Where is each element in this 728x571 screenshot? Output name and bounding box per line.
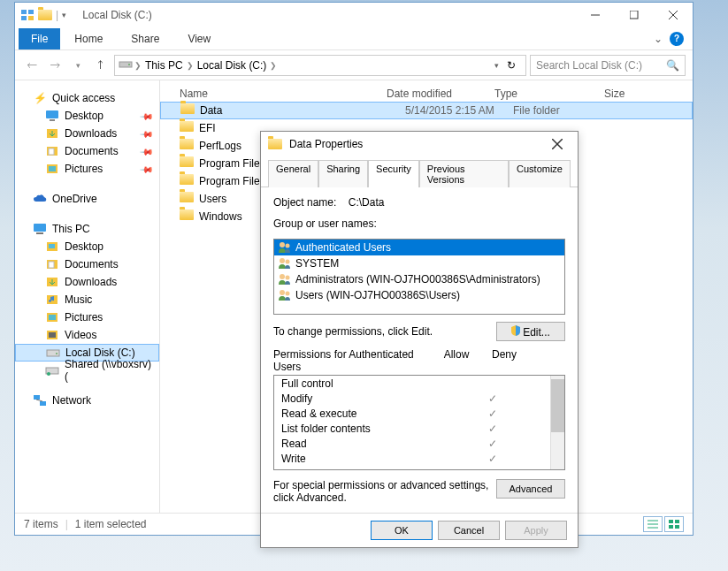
- tab-share[interactable]: Share: [117, 29, 173, 49]
- col-type[interactable]: Type: [494, 88, 604, 100]
- group-icon: [278, 289, 292, 301]
- advanced-button[interactable]: Advanced: [496, 479, 565, 499]
- svg-rect-17: [34, 224, 46, 232]
- crumb-thispc[interactable]: This PC: [143, 59, 185, 72]
- forward-button[interactable]: 🡒: [45, 56, 65, 75]
- sidebar-item-label: Desktop: [65, 240, 103, 253]
- crumb-sep[interactable]: ❯: [134, 61, 142, 70]
- scrollbar[interactable]: [550, 376, 564, 469]
- tab-security[interactable]: Security: [368, 160, 419, 187]
- desktop-icon: [45, 109, 59, 123]
- up-button[interactable]: 🡑: [91, 56, 111, 75]
- sidebar-item-label: Documents: [65, 145, 119, 157]
- help-icon[interactable]: ?: [670, 32, 684, 46]
- crumb-sep[interactable]: ❯: [270, 61, 277, 70]
- sidebar-item-onedrive[interactable]: OneDrive: [15, 190, 159, 208]
- qat-folder-icon[interactable]: [38, 10, 52, 20]
- svg-rect-14: [49, 148, 54, 155]
- close-button[interactable]: [654, 3, 693, 27]
- pin-icon: 📌: [140, 109, 154, 123]
- sidebar-item-pc-pictures[interactable]: Pictures: [15, 308, 159, 326]
- sidebar-item-pictures[interactable]: Pictures📌: [15, 160, 159, 178]
- crumb-sep[interactable]: ❯: [187, 61, 194, 70]
- file-row[interactable]: Data5/14/2015 2:15 AMFile folder: [160, 102, 693, 119]
- tab-general[interactable]: General: [268, 160, 318, 187]
- apply-button[interactable]: Apply: [505, 521, 567, 540]
- back-button[interactable]: 🡐: [22, 56, 42, 75]
- refresh-button[interactable]: ↻: [501, 59, 522, 72]
- file-date: 5/14/2015 2:15 AM: [405, 104, 513, 117]
- svg-rect-33: [34, 395, 40, 400]
- column-headers[interactable]: Name Date modified Type Size: [160, 80, 693, 102]
- pc-icon: [33, 222, 47, 236]
- ribbon-expand-icon[interactable]: ⌄: [654, 33, 663, 45]
- tab-customize[interactable]: Customize: [509, 160, 571, 187]
- user-list[interactable]: Authenticated UsersSYSTEMAdministrators …: [273, 239, 565, 315]
- svg-rect-41: [669, 525, 673, 529]
- dialog-titlebar[interactable]: Data Properties: [261, 132, 578, 156]
- change-permissions-text: To change permissions, click Edit.: [273, 325, 496, 338]
- sidebar-item-pc-downloads[interactable]: Downloads: [15, 273, 159, 291]
- user-row[interactable]: SYSTEM: [274, 255, 564, 271]
- sidebar-item-pc-music[interactable]: Music: [15, 291, 159, 308]
- svg-rect-10: [46, 110, 58, 118]
- view-details-button[interactable]: [643, 516, 663, 532]
- tab-previous-versions[interactable]: Previous Versions: [419, 160, 509, 187]
- col-size[interactable]: Size: [604, 88, 693, 100]
- view-icons-button[interactable]: [664, 516, 684, 532]
- permissions-label: Permissions for Authenticated Users: [273, 348, 433, 373]
- sidebar-item-documents[interactable]: Documents📌: [15, 142, 159, 160]
- pictures-icon: [45, 310, 59, 324]
- sidebar-item-downloads[interactable]: Downloads📌: [15, 125, 159, 142]
- drive-icon: [46, 346, 60, 360]
- permission-row: Full control: [274, 376, 564, 391]
- sidebar-item-pc-documents[interactable]: Documents: [15, 255, 159, 273]
- folder-icon: [180, 139, 194, 153]
- tab-file[interactable]: File: [19, 28, 60, 49]
- star-icon: ⚡: [33, 91, 47, 105]
- svg-point-32: [47, 372, 50, 376]
- sidebar-item-pc-shared[interactable]: Shared (\\vboxsrv) (: [15, 362, 159, 379]
- tab-home[interactable]: Home: [60, 29, 117, 49]
- music-icon: [45, 293, 59, 307]
- sidebar-item-pc-videos[interactable]: Videos: [15, 326, 159, 344]
- svg-point-50: [286, 276, 290, 280]
- user-row[interactable]: Authenticated Users: [274, 240, 564, 255]
- title-bar[interactable]: | ▾ Local Disk (C:): [15, 3, 693, 27]
- user-row[interactable]: Administrators (WIN-OJ7HO00386S\Administ…: [274, 271, 564, 287]
- sidebar-item-pc-desktop[interactable]: Desktop: [15, 238, 159, 255]
- sidebar-item-quickaccess[interactable]: ⚡Quick access: [15, 89, 159, 107]
- crumb-current[interactable]: Local Disk (C:): [195, 59, 269, 72]
- minimize-button[interactable]: [576, 3, 615, 27]
- qat-dropdown-icon[interactable]: ▾: [62, 11, 66, 19]
- permission-row: Read & execute✓: [274, 406, 564, 421]
- sidebar-item-desktop[interactable]: Desktop📌: [15, 107, 159, 125]
- sidebar-item-thispc[interactable]: This PC: [15, 220, 159, 238]
- col-date[interactable]: Date modified: [387, 88, 494, 100]
- search-input[interactable]: Search Local Disk (C:) 🔍: [530, 55, 686, 76]
- breadcrumb-path[interactable]: ❯ This PC ❯ Local Disk (C:) ❯ ▾ ↻: [114, 55, 526, 76]
- path-dropdown-icon[interactable]: ▾: [494, 61, 499, 70]
- sidebar-item-network[interactable]: Network: [15, 392, 159, 409]
- dialog-close-button[interactable]: [544, 133, 571, 155]
- tab-view[interactable]: View: [173, 29, 225, 49]
- app-icon: [20, 7, 34, 24]
- folder-icon: [180, 192, 194, 206]
- col-name[interactable]: Name: [160, 88, 387, 100]
- maximize-button[interactable]: [615, 3, 654, 27]
- permissions-list[interactable]: Full controlModify✓Read & execute✓List f…: [273, 375, 565, 470]
- user-row[interactable]: Users (WIN-OJ7HO00386S\Users): [274, 287, 564, 303]
- downloads-icon: [45, 275, 59, 289]
- folder-icon: [180, 156, 194, 171]
- tab-sharing[interactable]: Sharing: [318, 160, 368, 187]
- search-icon[interactable]: 🔍: [666, 59, 679, 72]
- svg-rect-11: [50, 119, 55, 121]
- cancel-button[interactable]: Cancel: [438, 521, 500, 540]
- folder-icon: [180, 174, 194, 188]
- ok-button[interactable]: OK: [371, 521, 433, 540]
- sidebar-item-label: Music: [65, 293, 92, 306]
- svg-point-47: [280, 258, 285, 263]
- ribbon-tabs: File Home Share View ⌄ ?: [15, 27, 693, 50]
- recent-dropdown[interactable]: ▾: [68, 56, 88, 75]
- edit-button[interactable]: Edit...: [496, 322, 565, 341]
